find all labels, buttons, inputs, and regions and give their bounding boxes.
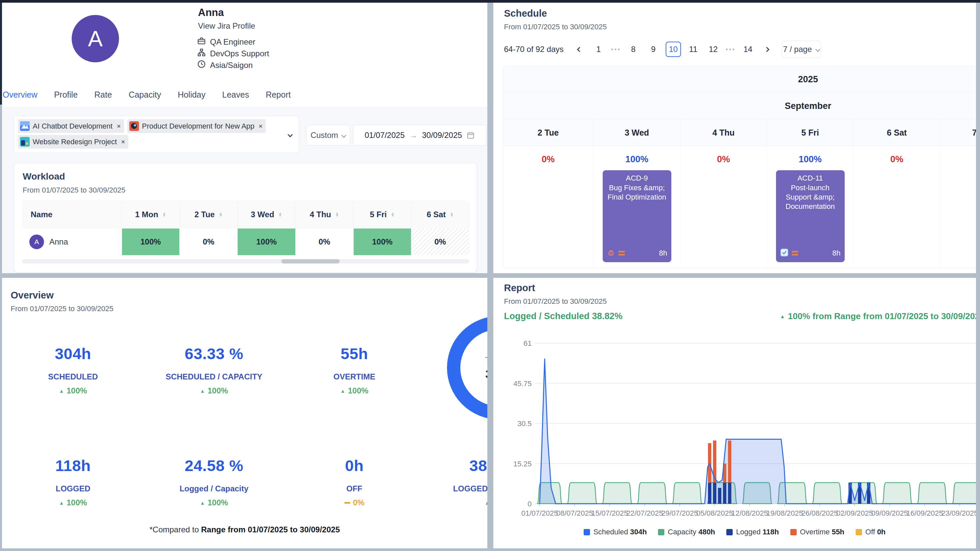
sort-carets-icon[interactable]: ▲▼ [278,212,282,217]
svg-text:15/07/2025: 15/07/2025 [591,509,628,518]
page-14[interactable]: 14 [740,42,756,57]
priority-medium-icon [792,251,798,256]
profile-tabs: OverviewProfileRateCapacityHolidayLeaves… [3,90,291,100]
legend-item-overtime[interactable]: Overtime 55h [790,528,844,536]
project-chip[interactable]: AI Chatbot Development× [18,119,124,133]
project-chip[interactable]: Product Development for New App× [127,119,266,133]
task-card-acd-9[interactable]: ACD-9Bug Fixes &amp; Final Optimization8… [603,170,671,262]
profile-name: Anna [198,7,224,19]
org-chart-icon [197,48,206,59]
calendar-day-headers: 2 Tue3 Wed4 Thu5 Fri6 Sat7 Sun [503,120,976,146]
page-12[interactable]: 12 [706,42,721,57]
legend-item-off[interactable]: Off 0h [856,528,886,536]
tab-leaves[interactable]: Leaves [222,90,249,100]
profile-workload-pane: A Anna View Jira Profile QA EngineerDevO… [2,3,487,273]
pagination-ellipsis[interactable]: ••• [611,46,621,53]
task-summary: Post-launch Support &amp; Documentation [779,183,842,211]
calendar-icon [467,131,475,139]
metric-value: 118h [3,456,143,475]
page-size-select[interactable]: 7 / page [782,41,821,58]
range-preset-select[interactable]: Custom [306,125,350,146]
clock-icon [197,60,206,71]
overview-pane: Overview From 01/07/2025 to 30/09/2025 3… [2,278,487,548]
column-header-2-tue[interactable]: 2 Tue▲▼ [180,200,238,229]
workload-title: Workload [23,171,65,182]
page-8[interactable]: 8 [626,42,641,57]
legend-item-capacity[interactable]: Capacity 480h [658,528,715,536]
sort-carets-icon[interactable]: ▲▼ [162,212,166,217]
remove-chip-icon[interactable]: × [121,138,125,146]
sort-carets-icon[interactable]: ▲▼ [219,212,223,217]
svg-text:09/09/2025: 09/09/2025 [871,509,908,518]
metric-label: LOGGED [3,484,143,493]
project-multiselect[interactable]: AI Chatbot Development×Product Developme… [14,116,299,153]
date-to-value[interactable]: 30/09/2025 [422,130,462,140]
briefcase-icon [197,36,206,47]
svg-text:08/07/2025: 08/07/2025 [556,509,593,518]
arrow-right-icon: → [409,130,417,140]
metric-delta: ▲100% [144,498,284,507]
metric-delta: ▲100% [429,498,487,507]
sort-carets-icon[interactable]: ▲▼ [450,212,453,217]
metric-value: 55h [284,345,424,363]
column-header-3-wed[interactable]: 3 Wed▲▼ [238,200,296,229]
chevron-down-icon [341,133,347,138]
svg-text:61: 61 [523,339,532,348]
tab-overview[interactable]: Overview [3,90,37,100]
metric-logged-capacity: 24.58 %Logged / Capacity▲100% [144,456,284,507]
page-9[interactable]: 9 [646,42,661,57]
workload-scrollbar[interactable] [22,259,469,264]
window-top-edge [0,0,980,3]
tab-rate[interactable]: Rate [94,90,112,100]
next-page-button[interactable] [760,42,774,57]
pagination: 64-70 of 92 days1•••89101112•••147 / pag… [504,41,821,58]
trend-up-icon: ▲ [340,388,345,394]
tab-profile[interactable]: Profile [54,90,78,100]
task-key: ACD-11 [779,173,842,183]
task-icon [780,248,789,258]
prev-page-button[interactable] [573,42,586,57]
tab-capacity[interactable]: Capacity [129,90,161,100]
page-1[interactable]: 1 [591,42,606,57]
scrollbar-thumb[interactable] [282,259,339,264]
pagination-ellipsis[interactable]: ••• [725,46,736,53]
task-card-acd-11[interactable]: ACD-11Post-launch Support &amp; Document… [776,170,845,262]
workload-subtitle: From 01/07/2025 to 30/09/2025 [23,186,125,195]
column-header-4-thu[interactable]: 4 Thu▲▼ [296,200,354,229]
tab-report[interactable]: Report [266,90,291,100]
workload-cell: 0% [180,229,238,255]
svg-text:45.75: 45.75 [513,380,532,388]
column-header-6-sat[interactable]: 6 Sat▲▼ [411,200,469,229]
tab-holiday[interactable]: Holiday [178,90,205,100]
page-11[interactable]: 11 [686,42,701,57]
chevron-down-icon[interactable] [288,132,292,138]
trend-flat-icon [344,502,350,504]
legend-item-scheduled[interactable]: Scheduled 304h [584,528,647,536]
window-left-edge [0,3,2,105]
remove-chip-icon[interactable]: × [259,122,262,130]
day-header: 5 Fri [767,120,854,146]
legend-swatch-icon [584,529,590,535]
remove-chip-icon[interactable]: × [117,122,121,130]
page-10[interactable]: 10 [666,42,681,57]
date-from-value[interactable]: 01/07/2025 [365,130,405,140]
view-jira-profile-link[interactable]: View Jira Profile [198,21,255,31]
legend-item-logged[interactable]: Logged 118h [726,528,779,536]
sort-carets-icon[interactable]: ▲▼ [335,212,339,217]
svg-text:12/08/2025: 12/08/2025 [731,509,768,518]
pagination-summary: 64-70 of 92 days [504,44,564,54]
trend-up-icon: ▲ [485,500,487,506]
metric-delta: 0% [284,498,424,507]
schedule-calendar: 2025 September 2 Tue3 Wed4 Thu5 Fri6 Sat… [503,66,976,268]
legend-swatch-icon [790,529,797,535]
day-utilization: 0% [940,154,976,165]
calendar-cell: 100%ACD-11Post-launch Support &amp; Docu… [767,146,854,268]
column-header-1-mon[interactable]: 1 Mon▲▼ [122,200,180,229]
project-chip[interactable]: Website Redesign Project× [18,135,128,149]
metric-label: SCHEDULED [3,372,143,381]
date-range-picker[interactable]: 01/07/2025 → 30/09/2025 [353,125,486,146]
column-header-5-fri[interactable]: 5 Fri▲▼ [354,200,412,229]
sort-carets-icon[interactable]: ▲▼ [391,212,395,217]
avatar: A [72,15,119,62]
range-preset-value: Custom [311,130,338,140]
